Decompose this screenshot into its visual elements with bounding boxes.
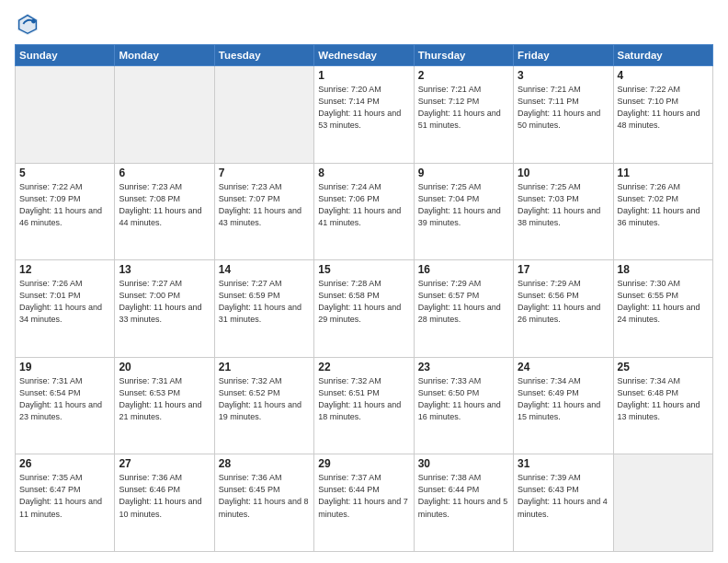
- day-number: 24: [518, 361, 609, 373]
- calendar-cell: 1Sunrise: 7:20 AMSunset: 7:14 PMDaylight…: [314, 66, 414, 164]
- day-number: 2: [418, 69, 509, 82]
- day-number: 21: [219, 361, 310, 373]
- day-number: 10: [518, 167, 609, 179]
- day-info: Sunrise: 7:27 AMSunset: 7:00 PMDaylight:…: [119, 278, 210, 326]
- day-number: 31: [518, 457, 609, 470]
- calendar-cell: 26Sunrise: 7:35 AMSunset: 6:47 PMDayligh…: [16, 454, 115, 552]
- weekday-header-monday: Monday: [115, 45, 214, 66]
- calendar-cell: 2Sunrise: 7:21 AMSunset: 7:12 PMDaylight…: [414, 66, 513, 164]
- week-row-1: 1Sunrise: 7:20 AMSunset: 7:14 PMDaylight…: [16, 66, 713, 164]
- day-info: Sunrise: 7:26 AMSunset: 7:01 PMDaylight:…: [19, 278, 110, 326]
- day-number: 19: [19, 361, 110, 373]
- calendar-cell: 29Sunrise: 7:37 AMSunset: 6:44 PMDayligh…: [314, 454, 414, 552]
- calendar-cell: 22Sunrise: 7:32 AMSunset: 6:51 PMDayligh…: [314, 357, 414, 454]
- logo: [15, 11, 44, 37]
- svg-marker-0: [17, 14, 38, 35]
- day-number: 20: [119, 361, 210, 373]
- calendar-table: SundayMondayTuesdayWednesdayThursdayFrid…: [15, 44, 713, 552]
- calendar-cell: 10Sunrise: 7:25 AMSunset: 7:03 PMDayligh…: [514, 163, 613, 260]
- day-info: Sunrise: 7:29 AMSunset: 6:56 PMDaylight:…: [518, 278, 609, 326]
- weekday-header-row: SundayMondayTuesdayWednesdayThursdayFrid…: [16, 45, 713, 66]
- calendar-cell: [16, 66, 115, 164]
- weekday-header-tuesday: Tuesday: [214, 45, 313, 66]
- day-number: 5: [19, 167, 110, 179]
- calendar-cell: 30Sunrise: 7:38 AMSunset: 6:44 PMDayligh…: [414, 454, 513, 552]
- calendar-cell: [115, 66, 214, 164]
- calendar-cell: 6Sunrise: 7:23 AMSunset: 7:08 PMDaylight…: [115, 163, 214, 260]
- day-info: Sunrise: 7:36 AMSunset: 6:46 PMDaylight:…: [119, 472, 210, 520]
- day-info: Sunrise: 7:34 AMSunset: 6:48 PMDaylight:…: [618, 375, 709, 423]
- day-number: 30: [418, 457, 509, 470]
- day-info: Sunrise: 7:29 AMSunset: 6:57 PMDaylight:…: [418, 278, 509, 326]
- day-info: Sunrise: 7:21 AMSunset: 7:12 PMDaylight:…: [418, 84, 509, 132]
- day-number: 4: [618, 69, 709, 82]
- day-number: 7: [219, 167, 310, 179]
- day-number: 13: [119, 263, 210, 276]
- day-info: Sunrise: 7:39 AMSunset: 6:43 PMDaylight:…: [518, 472, 609, 520]
- week-row-5: 26Sunrise: 7:35 AMSunset: 6:47 PMDayligh…: [16, 454, 713, 552]
- day-info: Sunrise: 7:25 AMSunset: 7:04 PMDaylight:…: [418, 181, 509, 229]
- week-row-3: 12Sunrise: 7:26 AMSunset: 7:01 PMDayligh…: [16, 260, 713, 358]
- day-info: Sunrise: 7:34 AMSunset: 6:49 PMDaylight:…: [518, 375, 609, 423]
- calendar-cell: 28Sunrise: 7:36 AMSunset: 6:45 PMDayligh…: [214, 454, 313, 552]
- day-number: 25: [618, 361, 709, 373]
- day-number: 27: [119, 457, 210, 470]
- calendar-cell: 21Sunrise: 7:32 AMSunset: 6:52 PMDayligh…: [214, 357, 313, 454]
- week-row-2: 5Sunrise: 7:22 AMSunset: 7:09 PMDaylight…: [16, 163, 713, 260]
- calendar-cell: [214, 66, 313, 164]
- calendar-cell: 24Sunrise: 7:34 AMSunset: 6:49 PMDayligh…: [514, 357, 613, 454]
- weekday-header-thursday: Thursday: [414, 45, 513, 66]
- day-info: Sunrise: 7:38 AMSunset: 6:44 PMDaylight:…: [418, 472, 509, 520]
- page: SundayMondayTuesdayWednesdayThursdayFrid…: [0, 0, 728, 563]
- day-info: Sunrise: 7:32 AMSunset: 6:51 PMDaylight:…: [318, 375, 409, 423]
- day-number: 12: [19, 263, 110, 276]
- calendar-cell: 4Sunrise: 7:22 AMSunset: 7:10 PMDaylight…: [613, 66, 712, 164]
- calendar-cell: 27Sunrise: 7:36 AMSunset: 6:46 PMDayligh…: [115, 454, 214, 552]
- day-number: 29: [318, 457, 409, 470]
- day-info: Sunrise: 7:22 AMSunset: 7:10 PMDaylight:…: [618, 84, 709, 132]
- calendar-cell: 12Sunrise: 7:26 AMSunset: 7:01 PMDayligh…: [16, 260, 115, 358]
- day-number: 15: [318, 263, 409, 276]
- day-info: Sunrise: 7:25 AMSunset: 7:03 PMDaylight:…: [518, 181, 609, 229]
- calendar-cell: 14Sunrise: 7:27 AMSunset: 6:59 PMDayligh…: [214, 260, 313, 358]
- day-number: 1: [318, 69, 409, 82]
- day-number: 23: [418, 361, 509, 373]
- weekday-header-friday: Friday: [514, 45, 613, 66]
- day-number: 22: [318, 361, 409, 373]
- calendar-cell: 31Sunrise: 7:39 AMSunset: 6:43 PMDayligh…: [514, 454, 613, 552]
- day-info: Sunrise: 7:37 AMSunset: 6:44 PMDaylight:…: [318, 472, 409, 520]
- day-number: 11: [618, 167, 709, 179]
- calendar-cell: [613, 454, 712, 552]
- week-row-4: 19Sunrise: 7:31 AMSunset: 6:54 PMDayligh…: [16, 357, 713, 454]
- weekday-header-sunday: Sunday: [16, 45, 115, 66]
- day-info: Sunrise: 7:26 AMSunset: 7:02 PMDaylight:…: [618, 181, 709, 229]
- day-number: 6: [119, 167, 210, 179]
- day-number: 28: [219, 457, 310, 470]
- calendar-cell: 18Sunrise: 7:30 AMSunset: 6:55 PMDayligh…: [613, 260, 712, 358]
- calendar-cell: 17Sunrise: 7:29 AMSunset: 6:56 PMDayligh…: [514, 260, 613, 358]
- day-number: 9: [418, 167, 509, 179]
- svg-point-2: [31, 19, 36, 24]
- calendar-cell: 25Sunrise: 7:34 AMSunset: 6:48 PMDayligh…: [613, 357, 712, 454]
- day-info: Sunrise: 7:21 AMSunset: 7:11 PMDaylight:…: [518, 84, 609, 132]
- day-info: Sunrise: 7:31 AMSunset: 6:54 PMDaylight:…: [19, 375, 110, 423]
- day-info: Sunrise: 7:36 AMSunset: 6:45 PMDaylight:…: [219, 472, 310, 520]
- day-info: Sunrise: 7:30 AMSunset: 6:55 PMDaylight:…: [618, 278, 709, 326]
- calendar-cell: 8Sunrise: 7:24 AMSunset: 7:06 PMDaylight…: [314, 163, 414, 260]
- day-info: Sunrise: 7:27 AMSunset: 6:59 PMDaylight:…: [219, 278, 310, 326]
- calendar-cell: 9Sunrise: 7:25 AMSunset: 7:04 PMDaylight…: [414, 163, 513, 260]
- day-info: Sunrise: 7:23 AMSunset: 7:07 PMDaylight:…: [219, 181, 310, 229]
- calendar-cell: 19Sunrise: 7:31 AMSunset: 6:54 PMDayligh…: [16, 357, 115, 454]
- calendar-cell: 3Sunrise: 7:21 AMSunset: 7:11 PMDaylight…: [514, 66, 613, 164]
- calendar-cell: 20Sunrise: 7:31 AMSunset: 6:53 PMDayligh…: [115, 357, 214, 454]
- day-info: Sunrise: 7:22 AMSunset: 7:09 PMDaylight:…: [19, 181, 110, 229]
- calendar-cell: 7Sunrise: 7:23 AMSunset: 7:07 PMDaylight…: [214, 163, 313, 260]
- day-number: 16: [418, 263, 509, 276]
- day-info: Sunrise: 7:20 AMSunset: 7:14 PMDaylight:…: [318, 84, 409, 132]
- day-number: 3: [518, 69, 609, 82]
- day-info: Sunrise: 7:31 AMSunset: 6:53 PMDaylight:…: [119, 375, 210, 423]
- calendar-cell: 16Sunrise: 7:29 AMSunset: 6:57 PMDayligh…: [414, 260, 513, 358]
- header: [15, 11, 713, 37]
- weekday-header-saturday: Saturday: [613, 45, 712, 66]
- day-info: Sunrise: 7:28 AMSunset: 6:58 PMDaylight:…: [318, 278, 409, 326]
